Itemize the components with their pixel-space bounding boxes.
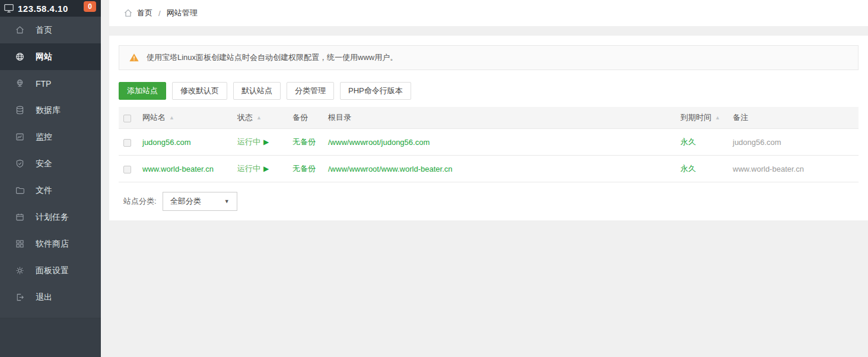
sidebar-item-label: 计划任务 [36, 212, 69, 223]
calendar-icon [14, 212, 25, 223]
site-status[interactable]: 运行中 [237, 137, 260, 146]
column-status: 状态 [237, 113, 253, 122]
sidebar-item-label: 安全 [36, 159, 52, 169]
sort-status-icon[interactable]: ▲ [256, 115, 262, 121]
table-row: judong56.com 运行中▶ 无备份 /www/wwwroot/judon… [119, 129, 859, 156]
sort-expire-icon[interactable]: ▲ [715, 115, 720, 121]
main-content: 首页 / 网站管理 使用宝塔Linux面板创建站点时会自动创建权限配置，统一使用… [101, 0, 868, 357]
php-cli-version-button[interactable]: PHP命令行版本 [340, 82, 411, 100]
server-ip: 123.58.4.10 [18, 4, 68, 14]
site-note: judong56.com [733, 138, 781, 147]
sidebar-item-security[interactable]: 安全 [0, 150, 101, 177]
sidebar-item-label: 网站 [36, 52, 52, 62]
site-note: www.world-beater.cn [733, 165, 804, 173]
column-root-dir: 根目录 [328, 113, 351, 122]
backup-link[interactable]: 无备份 [292, 137, 316, 146]
site-name-link[interactable]: www.world-beater.cn [142, 165, 214, 173]
column-backup: 备份 [292, 113, 308, 122]
logout-icon [14, 292, 25, 303]
site-status[interactable]: 运行中 [237, 164, 260, 173]
backup-link[interactable]: 无备份 [292, 164, 316, 173]
monitor-chart-icon [14, 132, 25, 143]
row-checkbox[interactable] [123, 166, 131, 173]
gear-icon [14, 266, 25, 276]
sidebar-menu: 首页 网站 FTP 数据库 监控 [0, 17, 101, 311]
edit-default-page-button[interactable]: 修改默认页 [172, 82, 227, 100]
sidebar-item-label: 数据库 [36, 105, 61, 116]
breadcrumb-separator: / [158, 9, 161, 18]
sidebar-item-files[interactable]: 文件 [0, 177, 101, 204]
sidebar: 123.58.4.10 0 首页 网站 FTP 数据库 [0, 0, 101, 357]
root-dir-link[interactable]: /www/wwwroot/www.world-beater.cn [328, 165, 453, 173]
sidebar-footer: + [0, 318, 101, 357]
category-manage-button[interactable]: 分类管理 [287, 82, 334, 100]
sidebar-item-label: 退出 [36, 292, 52, 303]
sidebar-item-settings[interactable]: 面板设置 [0, 257, 101, 284]
add-shortcut-button[interactable]: + [47, 331, 55, 357]
site-category-select[interactable]: 全部分类 ▼ [163, 192, 237, 211]
column-expire: 到期时间 [681, 113, 711, 122]
home-icon [14, 25, 25, 36]
expire-link[interactable]: 永久 [681, 164, 696, 173]
folder-icon [14, 185, 25, 196]
server-header[interactable]: 123.58.4.10 0 [0, 0, 101, 17]
sidebar-item-label: 文件 [36, 185, 52, 196]
sidebar-item-label: 监控 [36, 132, 52, 143]
table-header-row: 网站名▲ 状态▲ 备份 根目录 到期时间▲ 备注 [119, 107, 859, 129]
globe-icon [14, 52, 25, 62]
table-footer: 站点分类: 全部分类 ▼ [119, 192, 859, 211]
sidebar-item-monitor[interactable]: 监控 [0, 124, 101, 150]
breadcrumb-current: 网站管理 [167, 8, 198, 18]
database-icon [14, 105, 25, 116]
site-table: 网站名▲ 状态▲ 备份 根目录 到期时间▲ 备注 judong56.com 运行… [119, 107, 859, 182]
root-dir-link[interactable]: /www/wwwroot/judong56.com [328, 138, 430, 147]
warning-alert: 使用宝塔Linux面板创建站点时会自动创建权限配置，统一使用www用户。 [119, 45, 859, 70]
sidebar-item-label: FTP [36, 79, 51, 89]
toolbar: 添加站点 修改默认页 默认站点 分类管理 PHP命令行版本 [119, 82, 859, 100]
expire-link[interactable]: 永久 [681, 137, 696, 146]
sidebar-item-cron[interactable]: 计划任务 [0, 204, 101, 230]
row-checkbox[interactable] [123, 139, 131, 147]
sidebar-item-label: 首页 [36, 25, 52, 36]
sidebar-item-logout[interactable]: 退出 [0, 284, 101, 311]
sidebar-item-ftp[interactable]: FTP [0, 70, 101, 97]
column-note: 备注 [733, 113, 748, 122]
breadcrumb-home-icon [123, 8, 133, 18]
play-icon[interactable]: ▶ [263, 138, 269, 146]
sidebar-item-website[interactable]: 网站 [0, 43, 101, 70]
sidebar-item-appstore[interactable]: 软件商店 [0, 230, 101, 257]
column-site-name: 网站名 [142, 113, 166, 122]
site-manager-card: 使用宝塔Linux面板创建站点时会自动创建权限配置，统一使用www用户。 添加站… [109, 36, 868, 220]
shield-icon [14, 159, 25, 169]
site-category-value: 全部分类 [170, 196, 201, 207]
sidebar-item-label: 面板设置 [36, 266, 69, 276]
breadcrumb-home-link[interactable]: 首页 [137, 8, 152, 18]
warning-icon [129, 52, 139, 63]
sidebar-item-label: 软件商店 [36, 239, 69, 249]
warning-text: 使用宝塔Linux面板创建站点时会自动创建权限配置，统一使用www用户。 [147, 52, 398, 63]
sidebar-item-database[interactable]: 数据库 [0, 97, 101, 124]
table-row: www.world-beater.cn 运行中▶ 无备份 /www/wwwroo… [119, 156, 859, 182]
select-all-checkbox[interactable] [123, 115, 131, 122]
chevron-down-icon: ▼ [224, 198, 230, 204]
sidebar-item-home[interactable]: 首页 [0, 17, 101, 43]
notification-badge[interactable]: 0 [84, 1, 96, 12]
breadcrumb: 首页 / 网站管理 [109, 0, 868, 26]
apps-grid-icon [14, 239, 25, 249]
server-monitor-icon [4, 3, 14, 14]
play-icon[interactable]: ▶ [263, 165, 269, 173]
default-site-button[interactable]: 默认站点 [233, 82, 281, 100]
ftp-icon [14, 78, 25, 89]
add-site-button[interactable]: 添加站点 [119, 82, 166, 100]
site-name-link[interactable]: judong56.com [142, 138, 191, 147]
sort-site-icon[interactable]: ▲ [169, 115, 174, 121]
site-category-label: 站点分类: [119, 196, 157, 207]
